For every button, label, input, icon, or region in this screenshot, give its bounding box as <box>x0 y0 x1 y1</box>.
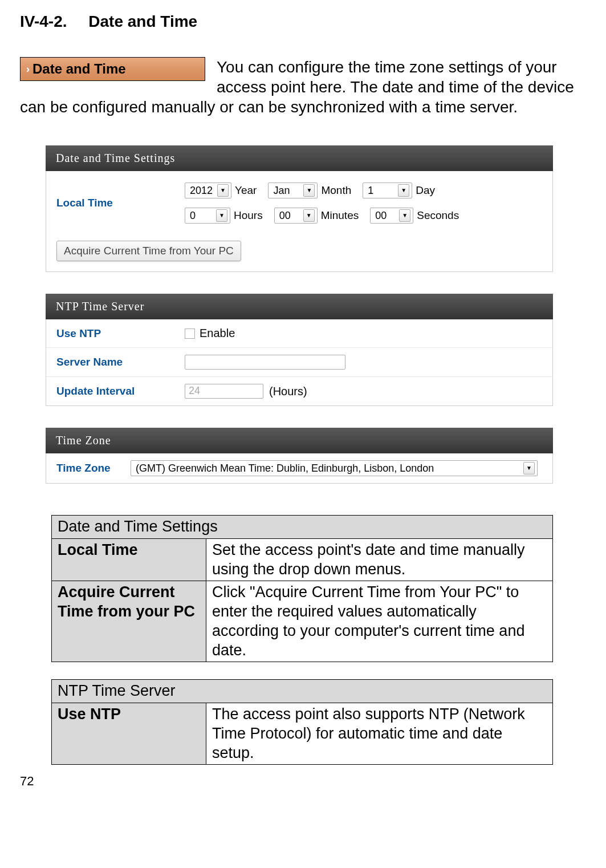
date-time-description-table: Date and Time Settings Local Time Set th… <box>51 515 553 662</box>
page-number: 72 <box>20 773 586 789</box>
time-zone-panel: Time Zone Time Zone (GMT) Greenwich Mean… <box>46 428 553 484</box>
table-key: Acquire Current Time from your PC <box>52 581 206 662</box>
hours-unit-label: (Hours) <box>269 384 307 399</box>
table-key: Local Time <box>52 538 206 581</box>
local-time-label: Local Time <box>56 196 185 210</box>
date-time-settings-panel: Date and Time Settings Local Time 2012▼ … <box>46 145 553 272</box>
year-label: Year <box>235 184 257 197</box>
table-value: Click "Acquire Current Time from Your PC… <box>206 581 553 662</box>
use-ntp-label: Use NTP <box>56 327 185 340</box>
table-header: NTP Time Server <box>52 680 553 703</box>
ntp-description-table: NTP Time Server Use NTP The access point… <box>51 679 553 765</box>
section-heading: IV-4-2. Date and Time <box>20 11 586 31</box>
hours-select[interactable]: 0▼ <box>185 208 230 224</box>
section-title: Date and Time <box>88 13 197 30</box>
month-select[interactable]: Jan▼ <box>268 182 318 198</box>
chevron-down-icon: ▼ <box>217 184 229 197</box>
table-value: The access point also supports NTP (Netw… <box>206 703 553 765</box>
panel-header: Time Zone <box>46 428 553 453</box>
table-header: Date and Time Settings <box>52 516 553 539</box>
enable-ntp-checkbox[interactable] <box>185 328 195 339</box>
chevron-down-icon: ▼ <box>303 209 315 222</box>
chevron-down-icon: ▼ <box>216 209 227 222</box>
intro-block: › Date and Time You can configure the ti… <box>20 57 586 117</box>
day-select[interactable]: 1▼ <box>363 182 412 198</box>
panel-header: Date and Time Settings <box>46 145 553 171</box>
chevron-down-icon: ▼ <box>303 184 315 197</box>
minutes-select[interactable]: 00▼ <box>274 208 318 224</box>
table-key: Use NTP <box>52 703 206 765</box>
table-value: Set the access point's date and time man… <box>206 538 553 581</box>
minutes-label: Minutes <box>321 209 359 222</box>
time-zone-label: Time Zone <box>56 461 131 475</box>
chevron-down-icon: ▼ <box>398 184 409 197</box>
chevron-right-icon: › <box>26 63 30 76</box>
hours-label: Hours <box>234 209 263 222</box>
year-select[interactable]: 2012▼ <box>185 182 231 198</box>
time-zone-select[interactable]: (GMT) Greenwich Mean Time: Dublin, Edinb… <box>131 460 538 476</box>
chevron-down-icon: ▼ <box>399 209 410 222</box>
server-name-label: Server Name <box>56 355 185 369</box>
server-name-input[interactable] <box>185 355 345 370</box>
seconds-label: Seconds <box>417 209 459 222</box>
seconds-select[interactable]: 00▼ <box>370 208 413 224</box>
update-interval-input[interactable]: 24 <box>185 384 263 399</box>
month-label: Month <box>321 184 351 197</box>
panel-header: NTP Time Server <box>46 294 553 319</box>
acquire-time-button[interactable]: Acquire Current Time from Your PC <box>56 241 241 261</box>
update-interval-label: Update Interval <box>56 384 185 398</box>
badge-label: Date and Time <box>32 60 126 78</box>
ntp-time-server-panel: NTP Time Server Use NTP Enable Server Na… <box>46 294 553 406</box>
enable-label: Enable <box>200 326 235 340</box>
section-number: IV-4-2. <box>20 11 67 31</box>
date-time-tab-badge: › Date and Time <box>20 57 205 81</box>
day-label: Day <box>416 184 435 197</box>
chevron-down-icon: ▼ <box>523 462 535 474</box>
settings-screenshot: Date and Time Settings Local Time 2012▼ … <box>46 145 553 484</box>
